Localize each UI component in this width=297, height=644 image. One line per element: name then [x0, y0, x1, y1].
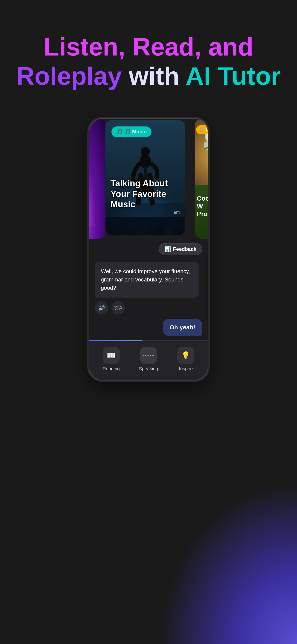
- hero-roleplay: Roleplay: [16, 62, 129, 90]
- hero-ai-tutor: AI Tutor: [186, 62, 281, 90]
- card-center-subtitle: ent.: [174, 210, 181, 215]
- hero-title-line1: Listen, Read, and: [44, 32, 254, 61]
- translate-icon: 文A: [114, 304, 122, 312]
- hero-section: Listen, Read, and Roleplay with AI Tutor: [0, 0, 297, 109]
- svg-marker-2: [89, 180, 96, 226]
- phone-wrapper: ies ssingcertnces: [0, 118, 297, 399]
- svg-point-22: [204, 142, 208, 148]
- card-center[interactable]: 🎵 🎵 Music Talking About Your Favorite Mu…: [106, 120, 185, 235]
- svg-point-9: [116, 227, 127, 235]
- speaking-icon-wrap: •••••: [140, 347, 157, 364]
- card-right-tag: 🛒 D: [196, 125, 208, 134]
- nav-item-inspire[interactable]: 💡 Inspire: [177, 347, 194, 372]
- card-right-title: CooWProd: [197, 195, 208, 218]
- inspire-label: Inspire: [179, 366, 193, 372]
- sound-icon: 🔊: [98, 305, 105, 311]
- spotlight-svg: [89, 167, 106, 238]
- user-chat-bubble: Oh yeah!: [95, 319, 202, 336]
- bottom-nav: 📖 Reading ••••• Speaking 💡 Inspire: [89, 341, 208, 380]
- speaking-dots-icon: •••••: [142, 352, 155, 358]
- svg-point-10: [127, 229, 135, 235]
- svg-point-8: [108, 228, 117, 235]
- background-glow: [159, 483, 297, 644]
- svg-point-4: [141, 147, 150, 156]
- ai-message-text: Well, we could improve your fluency, gra…: [101, 268, 190, 291]
- svg-point-11: [134, 228, 146, 235]
- feedback-section: 📊 Feedback: [89, 238, 208, 258]
- feedback-label: Feedback: [173, 246, 196, 252]
- user-message: Oh yeah!: [163, 319, 202, 336]
- inspire-icon: 💡: [181, 351, 190, 360]
- reading-label: Reading: [103, 366, 120, 372]
- nav-item-reading[interactable]: 📖 Reading: [103, 347, 120, 372]
- reading-icon-wrap: 📖: [103, 347, 120, 364]
- svg-point-13: [154, 227, 164, 235]
- reading-icon: 📖: [106, 351, 116, 360]
- feedback-button[interactable]: 📊 Feedback: [159, 243, 202, 255]
- inspire-icon-wrap: 💡: [177, 347, 194, 364]
- phone-frame: ies ssingcertnces: [89, 118, 208, 380]
- card-right[interactable]: 🛒 D CooWProd: [195, 119, 208, 238]
- speaking-label: Speaking: [139, 366, 158, 372]
- feedback-icon: 📊: [164, 246, 171, 252]
- card-center-tag: 🎵 🎵 Music: [112, 126, 152, 137]
- nav-items: 📖 Reading ••••• Speaking 💡 Inspire: [93, 347, 204, 372]
- nav-item-speaking[interactable]: ••••• Speaking: [139, 347, 158, 372]
- translate-button[interactable]: 文A: [112, 301, 125, 315]
- card-left[interactable]: ies ssingcertnces: [89, 119, 106, 238]
- svg-point-14: [164, 229, 173, 235]
- svg-point-15: [173, 228, 183, 235]
- cards-carousel[interactable]: ies ssingcertnces: [89, 119, 208, 238]
- chat-actions: 🔊 文A: [95, 301, 202, 315]
- card-center-title: Talking About Your Favorite Music: [110, 178, 180, 210]
- sound-button[interactable]: 🔊: [95, 301, 108, 315]
- ai-chat-bubble: Well, we could improve your fluency, gra…: [95, 262, 199, 298]
- svg-point-12: [146, 228, 155, 235]
- crowd-svg: [106, 217, 185, 235]
